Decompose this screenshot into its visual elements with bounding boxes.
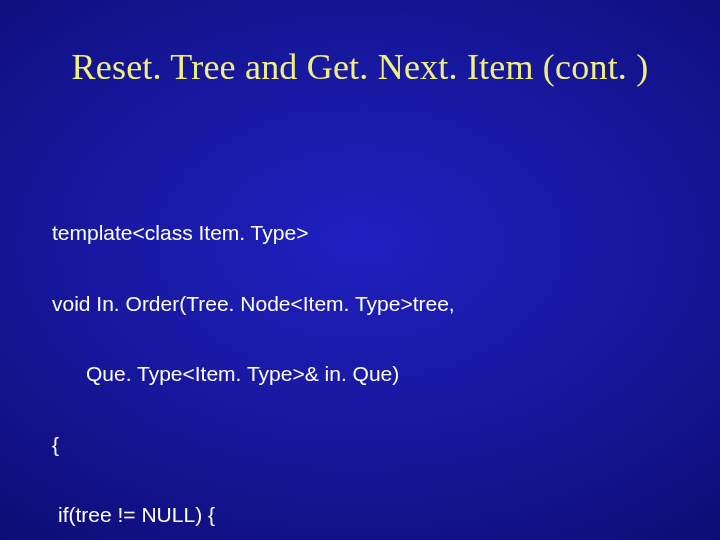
code-line: Que. Type<Item. Type>& in. Que) xyxy=(52,362,660,386)
code-line: if(tree != NULL) { xyxy=(52,503,660,527)
slide-title: Reset. Tree and Get. Next. Item (cont. ) xyxy=(0,46,720,88)
code-line: template<class Item. Type> xyxy=(52,221,660,245)
code-block: template<class Item. Type> void In. Orde… xyxy=(52,174,660,540)
slide: Reset. Tree and Get. Next. Item (cont. )… xyxy=(0,0,720,540)
code-line: void In. Order(Tree. Node<Item. Type>tre… xyxy=(52,292,660,316)
code-line: { xyxy=(52,433,660,457)
